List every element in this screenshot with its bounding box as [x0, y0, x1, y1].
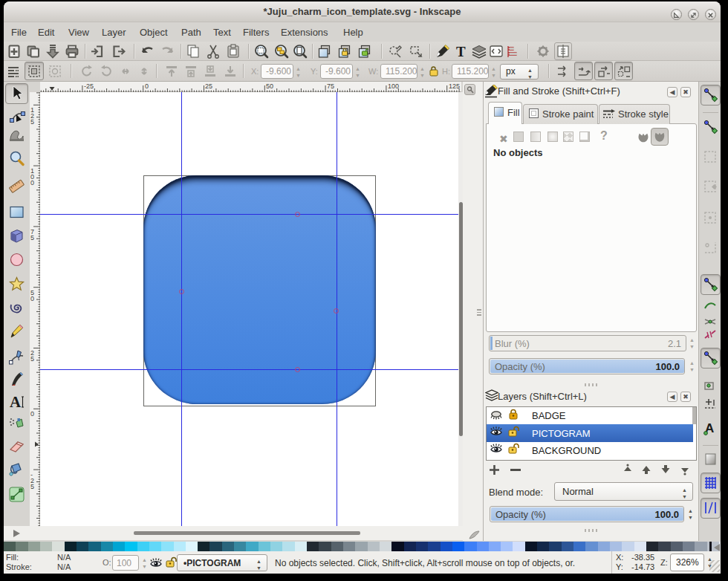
svg-text:100: 100	[388, 82, 399, 90]
svg-text:-25: -25	[84, 82, 94, 90]
svg-text:125: 125	[449, 82, 460, 90]
svg-text:0: 0	[30, 179, 34, 186]
svg-text:5: 5	[30, 483, 34, 490]
svg-text:5: 5	[30, 118, 34, 126]
svg-text:5: 5	[30, 234, 34, 241]
svg-text:0: 0	[30, 410, 34, 418]
svg-text:A: A	[10, 393, 22, 411]
svg-text:0: 0	[30, 295, 34, 302]
svg-text:5: 5	[30, 355, 34, 363]
svg-text:50: 50	[266, 82, 273, 90]
svg-text:T: T	[456, 44, 466, 59]
svg-text:25: 25	[205, 82, 212, 90]
svg-text:0: 0	[145, 82, 149, 90]
svg-text:75: 75	[327, 82, 334, 90]
